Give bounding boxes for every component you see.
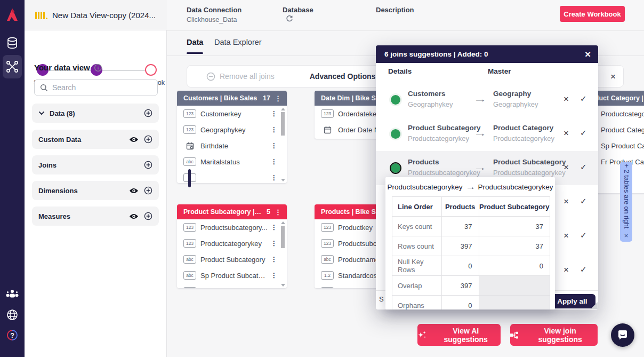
reject-join-button[interactable]: × [564, 128, 569, 139]
join-stats-tooltip: Productsubcategorykey → Productsubcatego… [385, 177, 555, 310]
accept-join-button[interactable]: ✓ [580, 196, 587, 206]
field-row[interactable]: Birthdate ⋮ [177, 138, 287, 154]
reject-join-button[interactable]: × [564, 231, 569, 241]
rail-item-database[interactable] [0, 35, 25, 51]
join-suggestion-row[interactable]: Customers Geographykey → Geography Geogr… [376, 83, 598, 117]
field-row[interactable]: 123 Geographykey ⋮ [177, 122, 287, 138]
field-row-partial[interactable]: ⋮ [177, 170, 287, 183]
kebab-menu-icon[interactable]: ⋮ [271, 272, 277, 279]
eye-icon[interactable] [129, 136, 139, 143]
sidebar-item-measures[interactable]: Measures [32, 207, 159, 226]
accept-join-button[interactable]: ✓ [580, 128, 587, 138]
reject-join-button[interactable]: × [564, 94, 569, 105]
plus-circle-icon[interactable] [144, 161, 152, 169]
table-card-header[interactable]: Product Subcategory | Bike Sales 5 ⋮ [177, 204, 287, 219]
view-join-suggestions-button[interactable]: View join suggestions [510, 324, 598, 346]
dataview-title: New Data View-copy (2024... [52, 11, 156, 20]
kebab-menu-icon[interactable]: ⋮ [271, 126, 277, 133]
sidebar-item-joins[interactable]: Joins [32, 155, 159, 174]
sidebar-item-custom-data[interactable]: Custom Data [32, 130, 159, 149]
field-row[interactable]: 123 Productsubcategory... ⋮ [177, 219, 287, 235]
rail-item-data-model[interactable] [0, 58, 25, 76]
modal-resize-handle[interactable] [591, 302, 598, 309]
sidebar-item-data[interactable]: Data (8) [32, 104, 159, 123]
accept-join-button[interactable]: ✓ [580, 162, 587, 172]
kebab-menu-icon[interactable]: ⋮ [271, 174, 277, 181]
advanced-options-dropdown[interactable]: Advanced Options [310, 72, 383, 81]
app-logo[interactable] [0, 5, 25, 23]
chevron-down-icon[interactable] [38, 111, 45, 115]
kebab-menu-icon[interactable]: ⋮ [271, 110, 277, 117]
field-row[interactable]: 123 Productcategorykey ⋮ [177, 235, 287, 251]
details-column-header: Details [388, 67, 412, 75]
reject-join-button[interactable]: × [564, 196, 569, 207]
info-icon[interactable] [94, 64, 102, 72]
refresh-icon[interactable] [286, 15, 293, 22]
field-row[interactable]: abc Sp Product Subcateg... ⋮ [177, 267, 287, 283]
accept-join-button[interactable]: ✓ [580, 265, 587, 274]
join-status-dot-selected[interactable] [391, 163, 400, 173]
kebab-menu-icon[interactable]: ⋮ [275, 209, 281, 216]
tables-on-right-notice[interactable]: + 2 tables are on right × [620, 162, 632, 242]
kebab-menu-icon[interactable]: ⋮ [271, 142, 277, 149]
eye-icon[interactable] [129, 213, 139, 220]
card-scrollbar[interactable] [280, 221, 285, 287]
people-icon [5, 289, 19, 299]
scroll-down-icon[interactable] [281, 284, 285, 287]
table-card-header[interactable]: Customers | Bike Sales 17 ⋮ [177, 91, 287, 106]
kebab-menu-icon[interactable]: ⋮ [275, 95, 281, 102]
view-ai-suggestions-button[interactable]: View AI suggestions [417, 324, 501, 346]
scrollbar-thumb[interactable] [281, 112, 285, 136]
tab-data[interactable]: Data [187, 38, 203, 46]
scrollbar-thumb[interactable] [281, 226, 285, 248]
modal-header[interactable]: 6 joins suggestions | Added: 0 × [376, 45, 598, 63]
accept-join-button[interactable]: ✓ [580, 94, 587, 104]
sidebar-item-dimensions[interactable]: Dimensions [32, 181, 159, 200]
scroll-up-icon[interactable] [281, 221, 285, 224]
kebab-menu-icon[interactable]: ⋮ [271, 224, 277, 231]
eye-icon[interactable] [129, 187, 139, 194]
toolbar-close-button[interactable]: × [610, 66, 616, 88]
kebab-menu-icon[interactable]: ⋮ [271, 256, 277, 263]
search-box[interactable] [34, 79, 158, 96]
kebab-menu-icon[interactable]: ⋮ [271, 240, 277, 247]
join-arrow-icon: → [473, 94, 487, 104]
apply-all-button[interactable]: Apply all [549, 294, 595, 308]
field-row[interactable]: 123 Customerkey ⋮ [177, 106, 287, 122]
skip-all-button[interactable]: S [379, 295, 384, 303]
reject-join-button[interactable]: × [564, 265, 569, 275]
plus-circle-icon[interactable] [144, 135, 152, 144]
stats-row-orphans: Orphans 0 [392, 296, 550, 310]
close-icon[interactable]: × [624, 232, 629, 240]
remove-all-joins-button[interactable]: Remove all joins [206, 72, 275, 81]
field-type-decimal-icon: 1.2 [321, 271, 334, 280]
rail-item-users[interactable] [0, 287, 25, 301]
field-row[interactable]: abc Maritalstatus ⋮ [177, 154, 287, 170]
chat-launcher-button[interactable] [611, 323, 634, 347]
plus-circle-icon[interactable] [144, 109, 152, 117]
tab-data-explorer[interactable]: Data Explorer [214, 38, 262, 46]
scroll-down-icon[interactable] [281, 179, 285, 181]
field-row[interactable]: abc Product Subcategory ⋮ [177, 251, 287, 267]
field-row-partial[interactable] [177, 283, 287, 288]
plus-circle-icon[interactable] [144, 186, 152, 195]
reject-join-button[interactable]: × [564, 162, 569, 173]
tooltip-left-key: Productsubcategorykey [387, 183, 462, 191]
kebab-menu-icon[interactable]: ⋮ [271, 158, 277, 165]
plus-circle-icon[interactable] [144, 212, 152, 220]
field-type-number-icon: 123 [183, 239, 196, 248]
step-workbook-circle[interactable] [145, 64, 157, 76]
join-suggestion-row[interactable]: Product Subcategory Productcategorykey →… [376, 117, 598, 151]
create-workbook-button[interactable]: Create Workbook [560, 6, 625, 22]
modal-close-button[interactable]: × [585, 49, 591, 59]
table-card-product-subcategory[interactable]: Product Subcategory | Bike Sales 5 ⋮ 123… [177, 204, 287, 288]
search-input[interactable] [52, 83, 143, 92]
accept-join-button[interactable]: ✓ [580, 231, 587, 240]
card-scrollbar[interactable] [280, 108, 285, 181]
col-header-product-subcategory: Product Subcategory [479, 197, 550, 217]
sidebar-scrollbar[interactable] [188, 169, 191, 187]
rail-item-help[interactable]: ? [0, 328, 25, 343]
table-card-customers[interactable]: Customers | Bike Sales 17 ⋮ 123 Customer… [177, 91, 287, 183]
rail-item-locale[interactable] [0, 307, 25, 322]
scroll-up-icon[interactable] [281, 108, 285, 110]
